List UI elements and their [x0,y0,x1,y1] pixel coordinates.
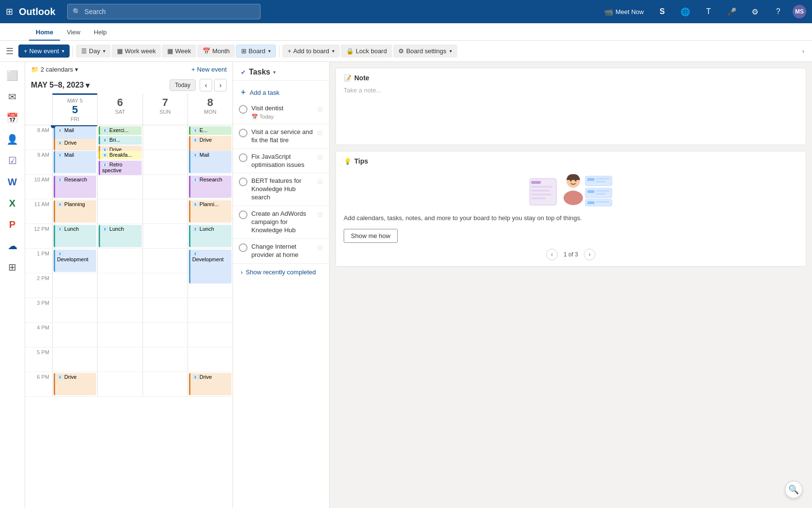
time-cell-10-3[interactable]: 📧 Drive [188,372,232,396]
sidebar-item-word[interactable]: W [3,172,22,192]
task-item-1[interactable]: Visit dentist 📅 Today ☆ [233,101,329,124]
tab-help[interactable]: Help [87,26,114,41]
board-settings-button[interactable]: ⚙ Board settings ▾ [393,45,457,58]
day-chevron[interactable]: ▾ [103,48,105,54]
tips-next-button[interactable]: › [584,249,595,260]
time-cell-10-2[interactable] [143,372,188,396]
board-chevron[interactable]: ▾ [268,48,271,54]
time-cell-6-3[interactable] [188,273,232,298]
tab-view[interactable]: View [60,26,87,41]
time-cell-9-0[interactable] [52,347,97,372]
task-checkbox-3[interactable] [239,153,247,162]
zoom-button[interactable]: 🔍 [785,481,802,498]
time-cell-2-3[interactable]: 📧 Research [188,175,232,199]
lock-board-button[interactable]: 🔒 Lock board [341,45,392,58]
dictate-button[interactable]: 🎤 [723,5,740,18]
sidebar-item-onedrive[interactable]: ☁ [3,236,22,255]
time-cell-8-2[interactable] [143,323,188,347]
event-block-3-3-0[interactable]: 📧 Planni... [189,200,232,223]
task-checkbox-1[interactable] [239,105,247,114]
task-checkbox-5[interactable] [239,210,247,219]
show-completed-button[interactable]: › Show recently completed [233,264,329,281]
note-placeholder-text[interactable]: Take a note... [344,87,798,94]
sidebar-item-contacts[interactable]: 👤 [3,130,22,149]
task-checkbox-2[interactable] [239,129,247,137]
event-block-3-0-0[interactable]: 📧 Planning [54,200,96,223]
board-settings-chevron[interactable]: ▾ [450,48,452,54]
date-range-chevron[interactable]: ▾ [86,81,89,90]
sidebar-item-powerpoint[interactable]: P [3,215,22,234]
task-star-3[interactable]: ☆ [317,153,323,162]
calendars-selector[interactable]: 📁 2 calendars ▾ [31,66,78,73]
time-cell-5-1[interactable] [97,249,142,273]
sidebar-item-tasks[interactable]: ☑ [3,151,22,170]
time-cell-4-3[interactable]: 📧 Lunch [188,224,232,248]
today-button[interactable]: Today [170,79,196,91]
add-task-row[interactable]: + Add a task [233,85,329,101]
event-block-10-3-0[interactable]: 📧 Drive [189,373,232,395]
help-button[interactable]: ? [769,5,787,18]
show-me-how-button[interactable]: Show me how [344,229,398,243]
event-block-1-1-1[interactable]: 📧 Retro spective [99,161,141,175]
add-to-board-button[interactable]: + Add to board ▾ [282,45,340,58]
time-cell-1-0[interactable]: 📧 Mail [52,150,97,174]
prev-week-button[interactable]: ‹ [200,79,212,91]
time-cell-2-1[interactable] [97,175,142,199]
tips-prev-button[interactable]: ‹ [546,249,558,260]
time-cell-2-2[interactable] [143,175,188,199]
time-cell-6-1[interactable] [97,273,142,298]
time-cell-1-3[interactable]: 📧 Mail [188,150,232,174]
task-item-4[interactable]: BERT features for Knowledge Hub search ☆ [233,173,329,206]
time-cell-10-1[interactable] [97,372,142,396]
time-cell-4-2[interactable] [143,224,188,248]
task-item-3[interactable]: Fix JavaScript optimisation issues ☆ [233,149,329,174]
time-cell-0-0[interactable]: 📧 Mail📧 Drive [52,125,97,149]
skype-button[interactable]: S [653,5,671,18]
time-cell-0-2[interactable] [143,125,188,149]
event-block-1-3-0[interactable]: 📧 Mail [189,151,232,173]
time-cell-0-3[interactable]: 📧 E...📧 Drive [188,125,232,149]
week-view-button[interactable]: ▦ Week [162,45,196,58]
sidebar-item-calendar[interactable]: 📅 [3,108,22,128]
search-bar[interactable]: 🔍 [67,4,261,19]
time-cell-8-3[interactable] [188,323,232,347]
time-cell-8-1[interactable] [97,323,142,347]
time-cell-5-0[interactable]: 📧 Development [52,249,97,273]
mini-new-event[interactable]: + New event [191,66,227,73]
time-cell-7-1[interactable] [97,298,142,322]
time-cell-7-3[interactable] [188,298,232,322]
task-star-2[interactable]: ☆ [317,128,323,137]
edge-button[interactable]: 🌐 [677,5,694,18]
event-block-0-0-1[interactable]: 📧 Drive [54,139,96,150]
date-range-display[interactable]: MAY 5–8, 2023 ▾ [31,81,89,90]
event-block-10-0-0[interactable]: 📧 Drive [54,373,96,395]
meet-now-button[interactable]: 📹 Meet Now [600,5,648,18]
avatar[interactable]: MS [793,5,806,18]
event-block-4-0-0[interactable]: 📧 Lunch [54,225,96,247]
time-cell-3-1[interactable] [97,199,142,224]
time-cell-3-3[interactable]: 📧 Planni... [188,199,232,224]
tasks-chevron[interactable]: ▾ [273,69,276,75]
expand-ribbon-button[interactable]: › [798,45,808,57]
task-item-6[interactable]: Change Internet provider at home ☆ [233,239,329,264]
task-star-5[interactable]: ☆ [317,210,323,219]
settings-button[interactable]: ⚙ [746,5,764,18]
task-checkbox-6[interactable] [239,243,247,252]
event-block-0-1-0[interactable]: 📧 Exerci... [99,126,141,135]
task-star-1[interactable]: ☆ [317,105,323,114]
event-block-1-1-0[interactable]: 📧 Breakfa... [99,151,141,160]
next-week-button[interactable]: › [214,79,227,91]
time-cell-2-0[interactable]: 📧 Research [52,175,97,199]
search-input[interactable] [85,8,255,15]
event-block-5-0-0[interactable]: 📧 Development [54,250,96,272]
time-cell-9-1[interactable] [97,347,142,372]
event-block-4-3-0[interactable]: 📧 Lunch [189,225,232,247]
time-cell-4-0[interactable]: 📧 Lunch [52,224,97,248]
time-cell-6-0[interactable] [52,273,97,298]
event-block-4-1-0[interactable]: 📧 Lunch [99,225,141,247]
time-cell-5-2[interactable] [143,249,188,273]
new-event-button[interactable]: + New event ▾ [18,45,70,58]
time-cell-1-1[interactable]: 📧 Breakfa...📧 Retro spective [97,150,142,174]
sidebar-item-home[interactable]: ⬜ [3,66,22,85]
time-cell-6-2[interactable] [143,273,188,298]
